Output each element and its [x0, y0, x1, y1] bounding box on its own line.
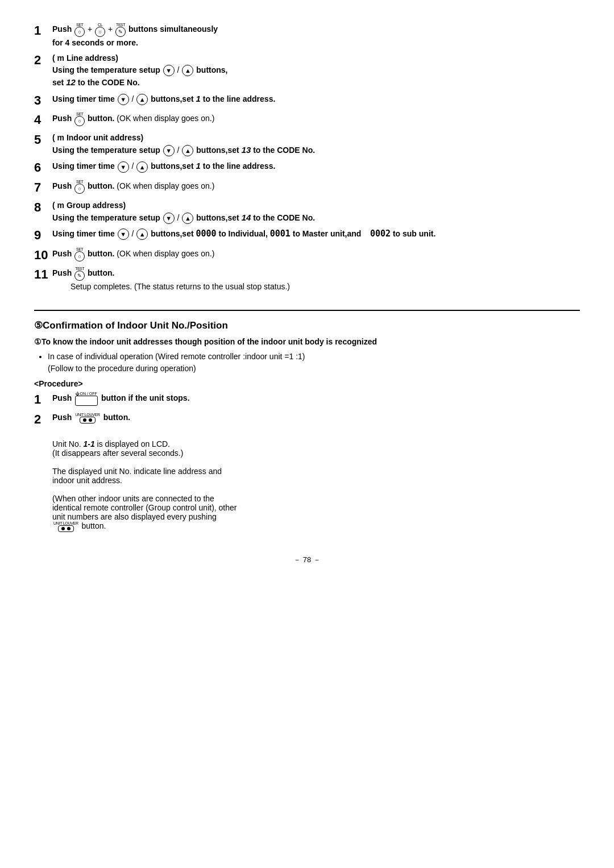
down-arrow-btn: ▼: [163, 65, 175, 76]
down-arrow-btn-8: ▼: [163, 213, 175, 224]
step-7-content: Push SET ○ button. (OK when display goes…: [52, 180, 580, 194]
step-4-content: Push SET ○ button. (OK when display goes…: [52, 112, 580, 126]
note-3: The displayed unit No. indicate line add…: [52, 467, 580, 476]
note-2: (It disappears after several seconds.): [52, 448, 580, 458]
unit-louver-btn-note: UNIT LOUVER: [53, 521, 78, 532]
step-2: 2 ( m Line address) Using the temperatur…: [34, 52, 580, 89]
test-btn-wrap-11: TEST ✎: [74, 267, 85, 281]
section2-bullets: In case of individual operation (Wired r…: [48, 351, 580, 375]
step-1-content: Push SET ○ + CL ○ + TEST ✎ butto: [52, 23, 580, 49]
set-btn-wrap-10: SET ○: [74, 247, 85, 261]
step-num-11: 11: [34, 267, 50, 283]
main-content: 1 Push SET ○ + CL ○ + TEST: [34, 23, 580, 565]
proc-notes: Unit No. 1-1 is displayed on LCD. (It di…: [52, 439, 580, 532]
cl-btn-icon: ○: [95, 27, 105, 37]
step-11: 11 Push TEST ✎ button. Setup completes. …: [34, 267, 580, 293]
proc-step-2: 2 Push UNIT LOUVER button.: [34, 412, 580, 428]
up-arrow-btn-8: ▲: [182, 213, 193, 224]
note-6: identical remote controller (Group contr…: [52, 503, 580, 512]
step-num-6: 6: [34, 160, 50, 176]
down-arrow-btn-5: ▼: [163, 145, 175, 156]
step-4: 4 Push SET ○ button. (OK when display go…: [34, 112, 580, 128]
step-num-8: 8: [34, 200, 50, 216]
cl-btn-wrap: CL ○: [95, 23, 105, 37]
up-arrow-btn-9: ▲: [136, 229, 148, 240]
note-4: indoor unit address.: [52, 476, 580, 485]
step-list-top: 1 Push SET ○ + CL ○ + TEST: [34, 23, 580, 293]
step-10-content: Push SET ○ button. (OK when display goes…: [52, 247, 580, 261]
note-1: Unit No. 1-1 is displayed on LCD.: [52, 439, 580, 448]
unit-louver-btn: UNIT LOUVER: [75, 413, 100, 423]
proc-step-num-2: 2: [34, 412, 50, 428]
set-btn-icon-7: ○: [74, 184, 85, 194]
step-2-content: ( m Line address) Using the temperature …: [52, 52, 580, 89]
down-arrow-btn-6: ▼: [118, 161, 129, 173]
step-num-3: 3: [34, 93, 50, 109]
down-arrow-btn-9: ▼: [118, 229, 129, 240]
set-btn-icon-4: ○: [74, 116, 85, 126]
test-btn-wrap: TEST ✎: [115, 23, 126, 37]
step-num-7: 7: [34, 180, 50, 196]
page-number: － 78 －: [34, 555, 580, 565]
step-num-10: 10: [34, 247, 50, 264]
test-btn-icon-11: ✎: [74, 271, 85, 281]
step-8-content: ( m Group address) Using the temperature…: [52, 200, 580, 225]
step-7: 7 Push SET ○ button. (OK when display go…: [34, 180, 580, 196]
up-arrow-btn-6: ▲: [136, 161, 148, 173]
section2-title: ⑤Confirmation of Indoor Unit No./Positio…: [34, 319, 580, 331]
up-arrow-btn-5: ▲: [182, 145, 193, 156]
step-10: 10 Push SET ○ button. (OK when display g…: [34, 247, 580, 264]
section2-subtitle: ①To know the indoor unit addresses thoug…: [34, 337, 580, 346]
step-8: 8 ( m Group address) Using the temperatu…: [34, 200, 580, 225]
step-11-note: Setup completes. (The status returns to …: [70, 282, 290, 291]
up-arrow-btn: ▲: [182, 65, 193, 76]
on-off-btn: ⏻ON / OFF: [75, 392, 98, 406]
step-1: 1 Push SET ○ + CL ○ + TEST: [34, 23, 580, 49]
procedure-label: <Procedure>: [34, 379, 580, 388]
step-num-1: 1: [34, 23, 50, 39]
set-btn-icon: ○: [74, 27, 85, 37]
step-11-content: Push TEST ✎ button. Setup completes. (Th…: [52, 267, 580, 293]
set-btn-wrap: SET ○: [74, 23, 85, 37]
step-5: 5 ( m Indoor unit address) Using the tem…: [34, 132, 580, 157]
step-num-4: 4: [34, 112, 50, 128]
step-num-9: 9: [34, 227, 50, 244]
step-5-content: ( m Indoor unit address) Using the tempe…: [52, 132, 580, 157]
step-6-content: Using timer time ▼ / ▲ buttons,set 1 to …: [52, 160, 580, 173]
step-9-content: Using timer time ▼ / ▲ buttons,set 0000 …: [52, 227, 580, 240]
section-divider: [34, 310, 580, 311]
proc-step-2-content: Push UNIT LOUVER button.: [52, 412, 580, 423]
step-9: 9 Using timer time ▼ / ▲ buttons,set 000…: [34, 227, 580, 244]
proc-step-1-content: Push ⏻ON / OFF button if the unit stops.: [52, 392, 580, 406]
down-arrow-btn-3: ▼: [118, 94, 129, 105]
test-btn-icon: ✎: [115, 27, 126, 37]
note-5: (When other indoor units are connected t…: [52, 494, 580, 503]
proc-step-1: 1 Push ⏻ON / OFF button if the unit stop…: [34, 392, 580, 408]
step-6: 6 Using timer time ▼ / ▲ buttons,set 1 t…: [34, 160, 580, 176]
bullet-1: In case of individual operation (Wired r…: [48, 351, 580, 375]
step-1-text: Push SET ○ + CL ○ + TEST ✎ butto: [52, 24, 218, 47]
step-num-2: 2: [34, 52, 50, 69]
set-btn-wrap-4: SET ○: [74, 112, 85, 126]
step-3-content: Using timer time ▼ / ▲ buttons,set 1 to …: [52, 93, 580, 106]
note-7: unit numbers are also displayed every pu…: [52, 512, 580, 521]
set-btn-wrap-7: SET ○: [74, 180, 85, 194]
step-3: 3 Using timer time ▼ / ▲ buttons,set 1 t…: [34, 93, 580, 109]
up-arrow-btn-3: ▲: [136, 94, 148, 105]
note-8: UNIT LOUVER button.: [52, 521, 580, 532]
proc-step-num-1: 1: [34, 392, 50, 408]
set-btn-icon-10: ○: [74, 251, 85, 261]
proc-step-list: 1 Push ⏻ON / OFF button if the unit stop…: [34, 392, 580, 427]
step-num-5: 5: [34, 132, 50, 148]
